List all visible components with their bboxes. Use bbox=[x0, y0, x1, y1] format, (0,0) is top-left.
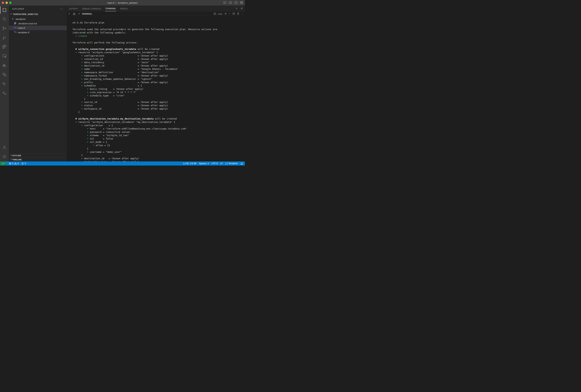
svg-rect-20 bbox=[3, 55, 6, 57]
terminal-line: } bbox=[72, 147, 88, 150]
activity-remote-explorer-icon[interactable] bbox=[0, 53, 9, 59]
terminal-collapse-icon[interactable] bbox=[78, 12, 80, 15]
activity-debug-icon[interactable] bbox=[0, 35, 9, 41]
terminal-line: schedule = { bbox=[84, 84, 142, 87]
tab-output[interactable]: OUTPUT bbox=[69, 6, 78, 11]
terminal-line: non_breaking_schema_updates_behavior = "… bbox=[84, 78, 152, 80]
breadcrumb-chevron-right-icon[interactable] bbox=[68, 12, 70, 15]
activity-extra2-icon[interactable] bbox=[0, 90, 9, 96]
errors-count: 0 bbox=[12, 162, 14, 165]
activity-extra1-icon[interactable] bbox=[0, 72, 9, 78]
activity-accounts-icon[interactable] bbox=[0, 145, 9, 150]
tree-file-main-tf[interactable]: main.tf bbox=[9, 26, 67, 30]
svg-point-14 bbox=[5, 28, 6, 29]
svg-point-31 bbox=[4, 146, 5, 147]
minimize-window-button[interactable] bbox=[6, 2, 8, 4]
resource-comment: # airbyte_destination_teradata.my_destin… bbox=[76, 117, 154, 120]
customize-layout-icon[interactable] bbox=[240, 1, 243, 4]
split-terminal-icon[interactable] bbox=[232, 12, 235, 15]
tree-file-variables-tf[interactable]: variables.tf bbox=[9, 30, 67, 34]
plus-icon: + bbox=[81, 78, 83, 80]
status-bar: 0 0 0 Ln 50, Col 66 Spaces: 4 UTF-8 LF {… bbox=[0, 162, 245, 166]
activity-explorer-icon[interactable] bbox=[0, 7, 9, 13]
titlebar-layout-icons bbox=[224, 1, 243, 4]
activity-terraform-icon[interactable] bbox=[0, 81, 9, 87]
chevron-right-icon bbox=[12, 17, 14, 21]
terminal-line: resource "airbyte_connection" "googleshe… bbox=[78, 51, 158, 54]
tab-terminal[interactable]: TERMINAL bbox=[105, 6, 116, 11]
terminal-line: indicated with the following symbols: bbox=[72, 31, 126, 34]
status-ports[interactable]: 0 bbox=[21, 162, 26, 165]
remote-button[interactable] bbox=[0, 162, 6, 166]
warning-icon[interactable] bbox=[73, 12, 76, 15]
toggle-panel-icon[interactable] bbox=[229, 1, 232, 4]
terminal-line: configuration = { bbox=[84, 124, 113, 127]
toggle-primary-sidebar-icon[interactable] bbox=[224, 1, 226, 4]
svg-line-11 bbox=[5, 20, 6, 21]
terminal-line: allow = {} bbox=[96, 144, 110, 147]
status-problems[interactable]: 0 0 bbox=[9, 162, 19, 165]
tree-folder-terraform[interactable]: .terraform bbox=[9, 17, 67, 21]
terminal-line: basic_timing = (known after apply) bbox=[90, 88, 144, 90]
chevron-right-icon bbox=[10, 154, 12, 157]
svg-rect-6 bbox=[240, 1, 241, 2]
toggle-secondary-sidebar-icon[interactable] bbox=[234, 1, 238, 4]
svg-rect-7 bbox=[242, 1, 243, 2]
terminal-shell-name[interactable]: bash bbox=[218, 13, 222, 15]
activity-scm-icon[interactable] bbox=[0, 25, 9, 31]
terminal-line: namespace_definition = "destination" bbox=[84, 71, 160, 74]
new-terminal-icon[interactable] bbox=[224, 12, 227, 15]
svg-rect-18 bbox=[4, 45, 6, 47]
maximize-window-button[interactable] bbox=[9, 2, 12, 4]
terminal-line: ssl = false bbox=[90, 137, 113, 140]
plus-icon: + bbox=[81, 68, 83, 70]
panel-chevron-down-icon[interactable] bbox=[235, 7, 238, 10]
braces-icon: { } bbox=[226, 162, 228, 165]
outline-section[interactable]: OUTLINE bbox=[9, 153, 67, 157]
status-cursor[interactable]: Ln 50, Col 66 bbox=[183, 162, 196, 165]
terminal-line: status = (known after apply) bbox=[84, 104, 168, 107]
status-eol[interactable]: LF bbox=[220, 162, 223, 165]
terminal-text: will be created bbox=[136, 48, 159, 50]
folder-section-header[interactable]: TERRAFORM_AIRBYTE2 bbox=[9, 12, 67, 16]
titlebar: main.tf — terraform_airbyte2 bbox=[0, 0, 245, 5]
status-language[interactable]: { } Terraform bbox=[226, 162, 238, 165]
plus-icon: + bbox=[81, 64, 83, 67]
terminal-line: prefix = (known after apply) bbox=[84, 81, 168, 84]
terminal-output[interactable]: sh-3.2$ Terraform plan Terraform used th… bbox=[67, 16, 245, 162]
status-spaces[interactable]: Spaces: 4 bbox=[199, 162, 209, 165]
resource-comment: # airbyte_connection.googlesheets_terada… bbox=[76, 48, 136, 50]
plus-icon: + bbox=[87, 127, 88, 130]
status-notifications-icon[interactable] bbox=[240, 162, 243, 165]
plus-icon: + bbox=[87, 131, 88, 133]
timeline-section[interactable]: TIMELINE bbox=[9, 157, 67, 162]
status-encoding[interactable]: UTF-8 bbox=[211, 162, 218, 165]
kill-terminal-icon[interactable] bbox=[237, 12, 240, 15]
tab-ports[interactable]: PORTS bbox=[120, 6, 128, 11]
terminal-more-icon[interactable]: ⋯ bbox=[241, 12, 244, 15]
terraform-file-icon bbox=[14, 31, 17, 34]
activity-extensions-icon[interactable] bbox=[0, 44, 9, 50]
sidebar-more-icon[interactable]: ⋯ bbox=[60, 7, 64, 11]
terminal-line: cron_expression = "0 15 * * * ?" bbox=[90, 91, 136, 94]
plus-icon: + bbox=[76, 51, 77, 54]
tree-file-lock-hcl[interactable]: .terraform.lock.hcl bbox=[9, 21, 67, 26]
plus-icon: + bbox=[81, 104, 83, 107]
warnings-count: 0 bbox=[18, 162, 19, 165]
close-window-button[interactable] bbox=[2, 2, 4, 4]
terminal-line: } bbox=[72, 98, 86, 100]
sidebar-title: EXPLORER bbox=[12, 8, 24, 10]
tab-debug-console[interactable]: DEBUG CONSOLE bbox=[82, 6, 101, 11]
activity-docker-icon[interactable] bbox=[0, 62, 9, 68]
panel-close-icon[interactable] bbox=[240, 7, 243, 10]
panel-area: OUTPUT DEBUG CONSOLE TERMINAL PORTS TERM… bbox=[67, 5, 245, 162]
svg-point-16 bbox=[3, 39, 4, 39]
terminal-line: schema = "airbyte_td_two" bbox=[90, 134, 129, 137]
svg-rect-25 bbox=[4, 64, 4, 65]
activity-settings-icon[interactable] bbox=[0, 154, 9, 160]
svg-rect-27 bbox=[4, 75, 6, 76]
activity-search-icon[interactable] bbox=[0, 16, 9, 22]
terminal-dropdown-icon[interactable] bbox=[229, 13, 230, 15]
plus-icon: + bbox=[81, 54, 83, 57]
terminal-line: sh-3.2$ Terraform plan bbox=[72, 21, 104, 24]
